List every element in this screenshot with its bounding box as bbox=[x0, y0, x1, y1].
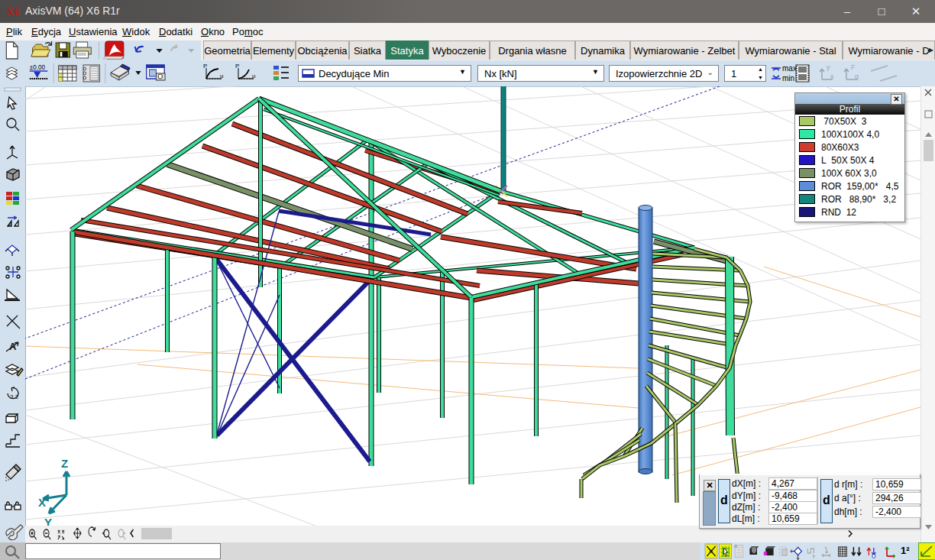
svg-text:P: P bbox=[235, 63, 239, 70]
svg-text:P: P bbox=[203, 63, 207, 70]
svg-text:±0.00: ±0.00 bbox=[30, 63, 45, 72]
svg-text:X: X bbox=[38, 496, 46, 509]
svg-text:F: F bbox=[851, 63, 856, 71]
svg-text:X6: X6 bbox=[6, 5, 21, 18]
svg-text:min: min bbox=[782, 74, 794, 83]
svg-text:x: x bbox=[830, 73, 834, 80]
svg-text:3 2: 3 2 bbox=[10, 393, 19, 400]
svg-text:q: q bbox=[855, 73, 859, 80]
svg-text:Z: Z bbox=[61, 457, 68, 470]
svg-text:max: max bbox=[782, 64, 797, 73]
svg-text:y: y bbox=[827, 63, 830, 71]
